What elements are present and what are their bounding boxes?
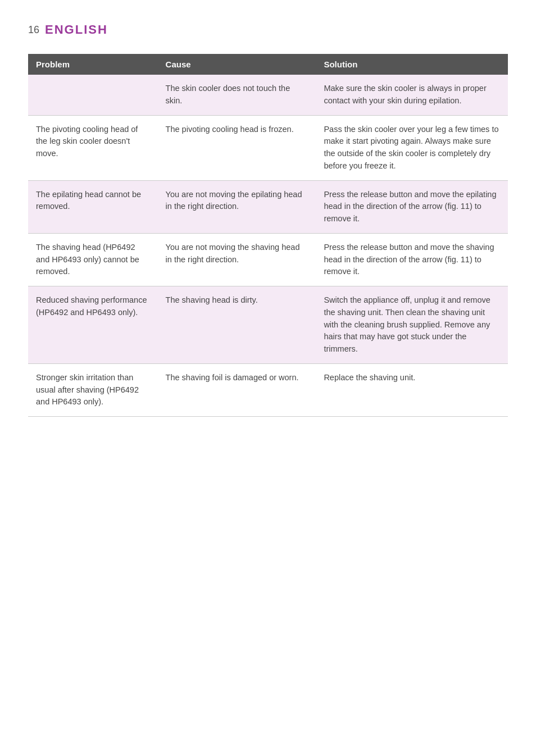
table-row: The shaving head (HP6492 and HP6493 only…: [28, 233, 508, 286]
cell-cause: You are not moving the epilating head in…: [158, 180, 316, 233]
header-solution: Solution: [316, 54, 508, 75]
cell-solution: Switch the appliance off, unplug it and …: [316, 286, 508, 364]
table-row: Reduced shaving performance (HP6492 and …: [28, 286, 508, 364]
table-header-row: Problem Cause Solution: [28, 54, 508, 75]
table-row: The pivoting cooling head of the leg ski…: [28, 115, 508, 180]
cell-solution: Make sure the skin cooler is always in p…: [316, 75, 508, 115]
cell-solution: Press the release button and move the sh…: [316, 233, 508, 286]
table-row: The epilating head cannot be removed.You…: [28, 180, 508, 233]
cell-problem: Reduced shaving performance (HP6492 and …: [28, 286, 158, 364]
cell-solution: Pass the skin cooler over your leg a few…: [316, 115, 508, 180]
table-row: Stronger skin irritation than usual afte…: [28, 363, 508, 416]
cell-problem: The epilating head cannot be removed.: [28, 180, 158, 233]
page-header: 16 ENGLISH: [28, 22, 508, 37]
table-row: The skin cooler does not touch the skin.…: [28, 75, 508, 115]
cell-cause: The shaving foil is damaged or worn.: [158, 363, 316, 416]
page-title: ENGLISH: [45, 22, 108, 37]
cell-problem: The pivoting cooling head of the leg ski…: [28, 115, 158, 180]
cell-problem: [28, 75, 158, 115]
cell-cause: The skin cooler does not touch the skin.: [158, 75, 316, 115]
cell-cause: The pivoting cooling head is frozen.: [158, 115, 316, 180]
cell-cause: The shaving head is dirty.: [158, 286, 316, 364]
cell-problem: Stronger skin irritation than usual afte…: [28, 363, 158, 416]
cell-cause: You are not moving the shaving head in t…: [158, 233, 316, 286]
page-number: 16: [28, 24, 39, 36]
troubleshooting-table: Problem Cause Solution The skin cooler d…: [28, 54, 508, 417]
cell-solution: Replace the shaving unit.: [316, 363, 508, 416]
header-cause: Cause: [158, 54, 316, 75]
cell-problem: The shaving head (HP6492 and HP6493 only…: [28, 233, 158, 286]
header-problem: Problem: [28, 54, 158, 75]
cell-solution: Press the release button and move the ep…: [316, 180, 508, 233]
